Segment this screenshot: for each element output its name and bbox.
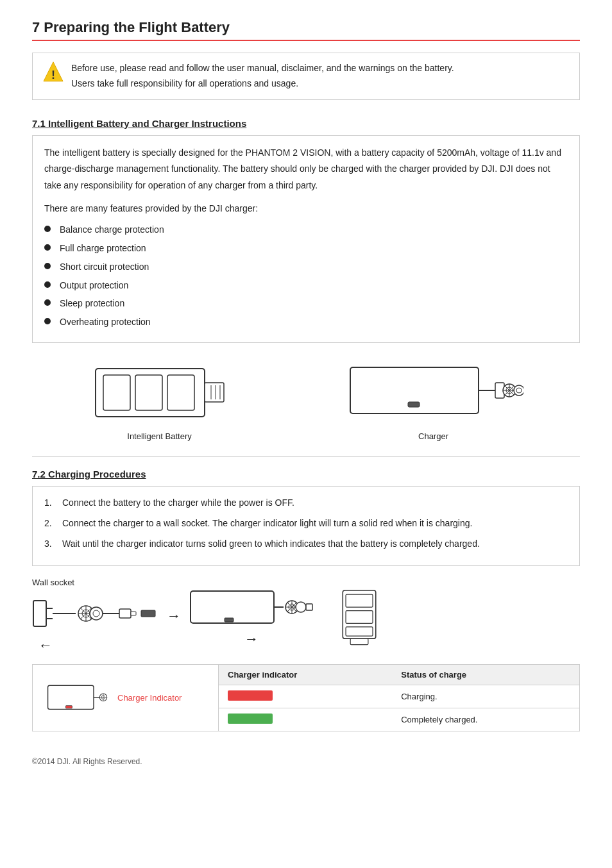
- svg-point-48: [296, 602, 306, 612]
- svg-rect-51: [346, 595, 373, 608]
- charger-middle-svg: [187, 585, 316, 630]
- status-charged: Completely charged.: [392, 708, 579, 731]
- color-indicator-green: [219, 708, 392, 731]
- color-indicator-red: [219, 685, 392, 708]
- svg-rect-11: [408, 402, 420, 407]
- battery-label: Intelligent Battery: [127, 431, 191, 441]
- footer: ©2014 DJI. All Rights Reserved.: [32, 757, 580, 766]
- battery-right-section: [322, 585, 399, 646]
- indicator-status-table: Charger indicator Status of charge Charg…: [219, 665, 579, 731]
- battery-svg: [89, 356, 230, 426]
- svg-rect-56: [65, 706, 72, 708]
- section-divider: [32, 456, 580, 457]
- list-item: 1.Connect the battery to the charger whi…: [44, 496, 568, 511]
- charging-procedure-diagram: Wall socket ←: [32, 578, 580, 654]
- svg-rect-4: [135, 375, 162, 410]
- svg-point-21: [516, 388, 522, 393]
- list-item: Overheating protection: [44, 315, 568, 330]
- charger-diagram: Charger: [344, 356, 523, 441]
- warning-line2: Users take full responsibility for all o…: [71, 76, 569, 92]
- list-item: Full charge protection: [44, 241, 568, 256]
- battery-diagram: Intelligent Battery: [89, 356, 230, 441]
- svg-rect-40: [225, 618, 234, 622]
- list-item: Short circuit protection: [44, 260, 568, 275]
- section-71-heading: 7.1 Intelligent Battery and Charger Inst…: [32, 118, 580, 129]
- wall-socket-section: Wall socket ←: [32, 578, 160, 654]
- features-list: Balance charge protection Full charge pr…: [44, 222, 568, 330]
- svg-rect-6: [205, 383, 224, 402]
- svg-rect-3: [103, 375, 130, 410]
- svg-point-34: [93, 610, 99, 617]
- charging-steps: 1.Connect the battery to the charger whi…: [44, 496, 568, 551]
- list-item: Balance charge protection: [44, 222, 568, 238]
- indicator-table-area: Charger Indicator Charger indicator Stat…: [32, 664, 580, 731]
- page-title: 7 Preparing the Flight Battery: [32, 19, 580, 41]
- col-charger-indicator: Charger indicator: [219, 665, 392, 685]
- svg-rect-23: [33, 601, 46, 626]
- svg-rect-5: [167, 375, 194, 410]
- list-item: 2.Connect the charger to a wall socket. …: [44, 516, 568, 531]
- svg-text:!: !: [51, 69, 55, 81]
- warning-box: ! Before use, please read and follow the…: [32, 53, 580, 100]
- charger-indicator-label: Charger Indicator: [117, 693, 182, 703]
- table-row: Completely charged.: [219, 708, 579, 731]
- features-intro: There are many features provided by the …: [44, 201, 568, 217]
- section-72-content: 1.Connect the battery to the charger whi…: [32, 486, 580, 566]
- charger-svg: [344, 356, 523, 426]
- svg-rect-36: [119, 609, 131, 618]
- list-item: 3.Wait until the charger indicator turns…: [44, 537, 568, 552]
- charger-middle-section: →: [187, 585, 316, 647]
- table-row: Charging.: [219, 685, 579, 708]
- indicator-right: Charger indicator Status of charge Charg…: [219, 665, 579, 731]
- section-71-body: The intelligent battery is specially des…: [44, 145, 568, 195]
- status-charging: Charging.: [392, 685, 579, 708]
- list-item: Output protection: [44, 278, 568, 294]
- charger-indicator-svg: [46, 677, 110, 719]
- section-71-content: The intelligent battery is specially des…: [32, 135, 580, 343]
- section-72-heading: 7.2 Charging Procedures: [32, 469, 580, 480]
- svg-rect-49: [306, 604, 312, 610]
- warning-icon: !: [42, 60, 65, 93]
- wall-socket-svg: [32, 591, 160, 636]
- arrow-right-2: →: [244, 631, 259, 647]
- col-status-of-charge: Status of charge: [392, 665, 579, 685]
- battery-right-svg: [322, 585, 399, 646]
- diagrams-row: Intelligent Battery Charger: [32, 356, 580, 441]
- svg-rect-54: [350, 638, 368, 645]
- arrow-left: ←: [38, 637, 53, 654]
- svg-rect-53: [346, 627, 373, 636]
- list-item: Sleep protection: [44, 296, 568, 312]
- svg-rect-37: [131, 612, 136, 615]
- arrow-right-1: →: [167, 608, 181, 624]
- wall-socket-label: Wall socket: [32, 578, 74, 587]
- indicator-left: Charger Indicator: [33, 665, 219, 731]
- svg-rect-52: [346, 611, 373, 624]
- warning-line1: Before use, please read and follow the u…: [71, 61, 569, 76]
- svg-rect-38: [141, 610, 155, 617]
- charger-label: Charger: [418, 431, 448, 441]
